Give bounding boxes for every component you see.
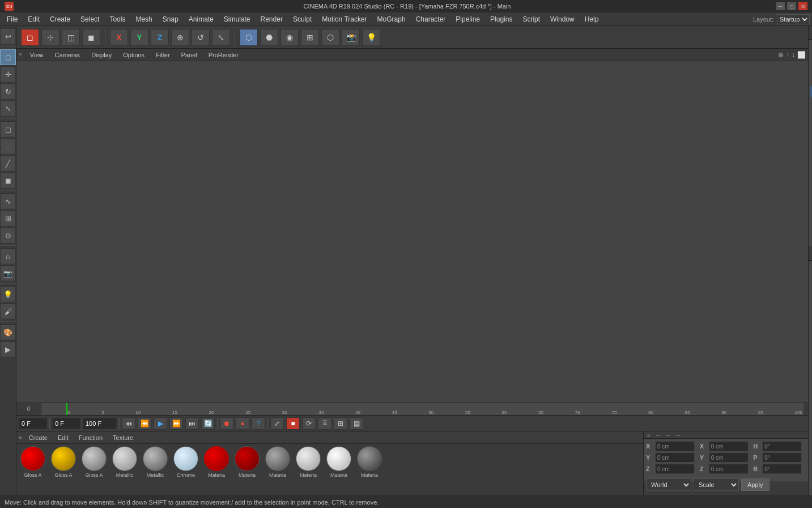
rotate-mode-button[interactable]: ↻ [0,83,16,99]
vp-max-icon[interactable]: ⬜ [797,51,806,59]
scale-mode-button[interactable]: ⤡ [0,100,16,116]
magnet-btn[interactable]: ◉ [280,29,299,46]
material-item-1[interactable]: Gloss A [49,446,78,492]
material-item-10[interactable]: Materia [325,446,353,492]
material-item-8[interactable]: Materia [263,446,292,492]
coord-p-input[interactable] [762,452,802,463]
nurbs-button[interactable]: ⊞ [0,210,16,226]
menu-script[interactable]: Script [518,14,545,24]
vp-nav-icon[interactable]: ⊕ [778,51,784,59]
vp-menu-cameras[interactable]: Cameras [52,52,84,58]
vp-menu-options[interactable]: Options [120,52,148,58]
light2-btn[interactable]: 💡 [362,29,380,46]
poly-icon-btn[interactable]: ◼ [82,29,100,46]
material-item-6[interactable]: Materia [202,446,231,492]
menu-tools[interactable]: Tools [105,14,130,24]
world-axis-btn[interactable]: ⊕ [171,29,189,46]
wire-btn[interactable]: ⬡ [321,29,339,46]
menu-sculpt[interactable]: Sculpt [288,14,316,24]
coord-x-size-input[interactable] [709,441,749,451]
obj-item-1[interactable]: □ L1 [810,52,812,64]
material-item-11[interactable]: Materia [355,446,384,492]
menu-plugins[interactable]: Plugins [486,14,517,24]
viewport-cube-btn[interactable]: ⬡ [240,29,258,46]
edges-icon-btn[interactable]: ◫ [62,29,80,46]
coord-b-input[interactable] [762,464,802,474]
deformer-button[interactable]: ⌂ [0,248,16,264]
grid-btn[interactable]: ⊞ [301,29,319,46]
vp-zoom-icon[interactable]: ↑ [786,51,789,59]
maximize-button[interactable]: □ [787,2,796,10]
menu-character[interactable]: Character [411,14,450,24]
mat-menu-create[interactable]: Create [25,434,51,441]
menu-window[interactable]: Window [546,14,579,24]
key-btn[interactable]: ■ [286,417,300,430]
snap-btn[interactable]: ⊞ [334,417,347,430]
render-button[interactable]: ▶ [0,341,16,357]
material-item-4[interactable]: Metallic [141,446,169,492]
next-frame-btn[interactable]: ⏩ [169,417,183,430]
coord-y-size-input[interactable] [709,452,749,463]
paint-btn[interactable]: ⬣ [260,29,278,46]
go-to-end-btn[interactable]: ⏭ [185,417,199,430]
apply-button[interactable]: Apply [741,479,770,491]
menu-select[interactable]: Select [76,14,104,24]
coord-y-pos-input[interactable] [655,452,695,463]
points-icon-btn[interactable]: ⊹ [41,29,59,46]
points-mode-button[interactable]: · [0,138,16,154]
camera-button[interactable]: 📷 [0,265,16,281]
spline-button[interactable]: ∿ [0,193,16,209]
obj-item-2[interactable]: □ L2 [810,64,812,75]
obj-item-0[interactable]: 📄 Converted from De Espona 3DSMAX Object… [810,41,812,52]
obj-item-4[interactable]: ◽ Yamaha FZR 750R [810,86,812,98]
vp-frame-icon[interactable]: ↓ [792,51,795,59]
material-item-5[interactable]: Chrome [172,446,200,492]
motion-btn[interactable]: ⤢ [270,417,284,430]
mat-menu-texture[interactable]: Texture [109,434,137,441]
light-button[interactable]: 💡 [0,286,16,302]
menu-mograph[interactable]: MoGraph [373,14,410,24]
camera2-btn[interactable]: 📸 [342,29,360,46]
z-axis-btn[interactable]: Z [151,29,169,46]
mode-btn[interactable]: ▤ [350,417,363,430]
menu-simulate[interactable]: Simulate [219,14,255,24]
menu-motion-tracker[interactable]: Motion Tracker [317,14,371,24]
menu-file[interactable]: File [2,14,22,24]
material-item-3[interactable]: Metallic [110,446,139,492]
vp-menu-prorender[interactable]: ProRender [205,52,242,58]
paint-button[interactable]: 🖌 [0,303,16,319]
mat-menu-edit[interactable]: Edit [54,434,72,441]
preview-end-display[interactable] [83,418,117,429]
menu-help[interactable]: Help [580,14,603,24]
record-btn[interactable]: ⏺ [220,417,233,430]
coord-x-pos-input[interactable] [655,441,695,451]
auto-key-btn[interactable]: ● [236,417,249,430]
generator-button[interactable]: ⊙ [0,227,16,243]
menu-pipeline[interactable]: Pipeline [451,14,484,24]
menu-create[interactable]: Create [45,14,75,24]
minimize-button[interactable]: ─ [776,2,785,10]
vp-menu-view[interactable]: View [27,52,47,58]
help-btn[interactable]: ? [252,417,265,430]
vp-menu-display[interactable]: Display [88,52,115,58]
preview-start-input[interactable] [52,418,80,429]
layout-select[interactable]: Startup [777,14,810,24]
scale-select[interactable]: Scale [694,479,739,491]
loop-btn[interactable]: 🔄 [201,417,215,430]
scale-btn[interactable]: ⤡ [212,29,230,46]
play-btn[interactable]: ▶ [154,417,167,430]
move-mode-button[interactable]: ✛ [0,66,16,82]
object-mode-button[interactable]: ◻ [0,121,16,137]
edges-mode-button[interactable]: ╱ [0,155,16,171]
viewport-main[interactable]: ≡ View Cameras Display Options Filter Pa… [16,49,808,403]
menu-snap[interactable]: Snap [158,14,183,24]
coord-z-size-input[interactable] [709,464,749,474]
obj-item-3[interactable]: 📁 G [810,75,812,86]
coord-z-pos-input[interactable] [655,464,695,474]
polygon-mode-button[interactable]: ◼ [0,172,16,188]
close-button[interactable]: ✕ [798,2,807,10]
menu-animate[interactable]: Animate [184,14,218,24]
material-item-0[interactable]: Gloss A [19,446,47,492]
material-item-7[interactable]: Materia [233,446,261,492]
menu-mesh[interactable]: Mesh [131,14,156,24]
